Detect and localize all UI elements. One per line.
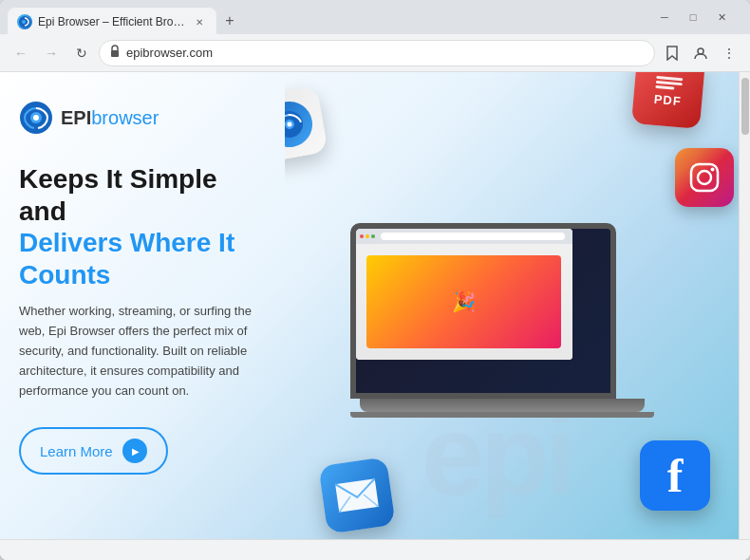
close-button[interactable]: ✕ xyxy=(708,4,735,30)
facebook-float-icon: f xyxy=(640,440,710,511)
svg-point-3 xyxy=(698,48,703,54)
epi-icon-inner xyxy=(285,98,316,151)
laptop-illustration: 🎉 xyxy=(350,223,654,418)
maximize-button[interactable]: □ xyxy=(680,4,706,30)
reload-button[interactable]: ↻ xyxy=(68,40,95,66)
svg-point-8 xyxy=(285,119,295,130)
nav-right-controls: ⋮ xyxy=(659,40,742,66)
learn-more-label: Learn More xyxy=(40,443,113,459)
pdf-line-2 xyxy=(656,81,683,85)
menu-button[interactable]: ⋮ xyxy=(716,40,742,66)
screen-dot-green xyxy=(371,234,375,238)
back-button[interactable]: ← xyxy=(8,40,34,66)
screen-image: 🎉 xyxy=(366,255,561,348)
screen-top-bar xyxy=(356,229,572,244)
svg-point-9 xyxy=(287,121,292,127)
tabs-bar: Epi Browser – Efficient Browsin... ✕ + xyxy=(8,0,651,34)
svg-point-11 xyxy=(698,171,711,184)
scrollbar-thumb[interactable] xyxy=(741,78,749,135)
heading-line1: Keeps It Simple xyxy=(19,163,266,196)
url-text: epibrowser.com xyxy=(126,46,645,60)
hero-left-panel: EPIbrowser Keeps It Simple and Delivers … xyxy=(0,72,285,539)
svg-point-1 xyxy=(22,20,26,24)
title-bar: Epi Browser – Efficient Browsin... ✕ + ─… xyxy=(0,0,750,34)
hero-description: Whether working, streaming, or surfing t… xyxy=(19,302,266,401)
logo-area: EPIbrowser xyxy=(19,101,266,135)
hero-section: EPIbrowser Keeps It Simple and Delivers … xyxy=(0,72,739,539)
logo-icon xyxy=(19,101,53,135)
bookmark-button[interactable] xyxy=(659,40,685,66)
epi-icon-box xyxy=(285,85,328,162)
active-tab[interactable]: Epi Browser – Efficient Browsin... ✕ xyxy=(8,8,216,36)
logo-suffix: browser xyxy=(91,107,159,128)
play-icon: ▶ xyxy=(122,439,147,463)
scrollbar[interactable] xyxy=(739,72,750,539)
svg-rect-10 xyxy=(691,164,718,191)
tab-favicon xyxy=(17,14,32,29)
pdf-lines xyxy=(655,76,683,90)
browser-window: Epi Browser – Efficient Browsin... ✕ + ─… xyxy=(0,0,750,560)
pdf-float-icon: PDF xyxy=(634,72,710,134)
profile-button[interactable] xyxy=(687,40,714,66)
heading-line3: Delivers Where It xyxy=(19,227,266,259)
screen-body: 🎉 xyxy=(356,244,572,360)
forward-button[interactable]: → xyxy=(38,40,65,66)
laptop-foot xyxy=(350,412,654,418)
pdf-line-1 xyxy=(656,76,683,81)
learn-more-button[interactable]: Learn More ▶ xyxy=(19,427,168,475)
address-bar[interactable]: epibrowser.com xyxy=(99,40,655,66)
navigation-bar: ← → ↻ epibrowser.com ⋮ xyxy=(0,34,750,72)
pdf-line-3 xyxy=(655,85,674,90)
facebook-icon-box: f xyxy=(640,440,710,511)
pdf-icon-box: PDF xyxy=(631,72,705,129)
mail-float-icon xyxy=(323,461,391,530)
hero-right-panel: epi xyxy=(285,72,739,539)
screen-inner: 🎉 xyxy=(356,229,572,360)
heading-line2: and xyxy=(19,196,266,228)
instagram-float-icon xyxy=(675,148,734,207)
hero-heading: Keeps It Simple and Delivers Where It Co… xyxy=(19,163,266,290)
svg-point-7 xyxy=(285,109,305,140)
screen-address-bar xyxy=(381,233,565,240)
tab-title: Epi Browser – Efficient Browsin... xyxy=(38,15,186,28)
mail-icon-box xyxy=(318,457,395,533)
facebook-label: f xyxy=(667,452,684,499)
svg-point-6 xyxy=(33,115,39,121)
screen-dot-yellow xyxy=(366,234,369,238)
window-controls: ─ □ ✕ xyxy=(651,4,735,30)
new-tab-button[interactable]: + xyxy=(216,8,243,34)
svg-rect-13 xyxy=(335,478,379,513)
laptop-screen: 🎉 xyxy=(356,229,610,393)
status-bar xyxy=(0,539,750,560)
svg-rect-2 xyxy=(111,50,119,57)
svg-point-12 xyxy=(711,168,715,172)
page-content: EPIbrowser Keeps It Simple and Delivers … xyxy=(0,72,750,560)
logo-prefix: EPI xyxy=(61,107,91,128)
logo-text: EPIbrowser xyxy=(61,107,159,129)
minimize-button[interactable]: ─ xyxy=(651,4,678,30)
tab-close-button[interactable]: ✕ xyxy=(192,14,207,29)
lock-icon xyxy=(109,45,121,61)
pdf-label: PDF xyxy=(653,92,682,108)
heading-line4: Counts xyxy=(19,259,266,291)
laptop-screen-frame: 🎉 xyxy=(350,223,616,399)
instagram-icon-box xyxy=(675,148,734,207)
epi-browser-float-icon xyxy=(285,91,332,167)
laptop-base xyxy=(360,399,645,412)
screen-dot-red xyxy=(360,234,364,238)
